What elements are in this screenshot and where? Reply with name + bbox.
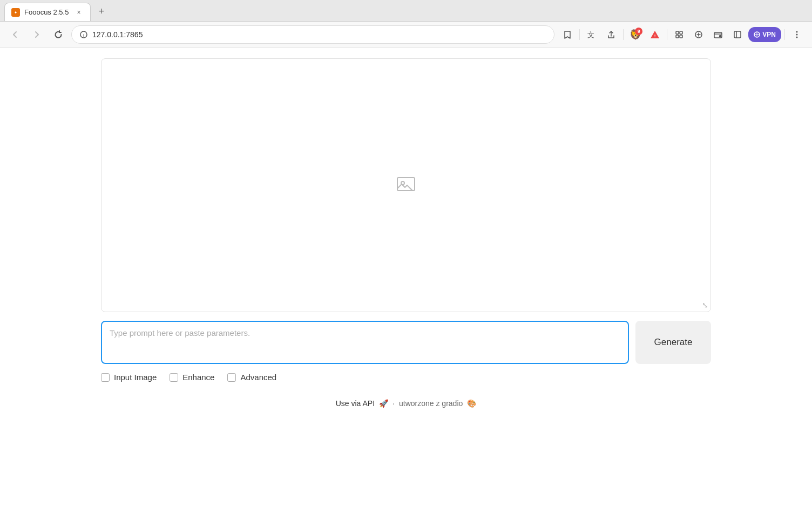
advanced-checkbox-label[interactable]: Advanced xyxy=(227,373,276,382)
app-container: ⤡ Generate Input Image Enhance xyxy=(101,58,711,502)
forward-button[interactable] xyxy=(28,26,45,43)
footer-gradio-text: utworzone z gradio xyxy=(399,399,463,408)
back-button[interactable] xyxy=(6,26,24,43)
input-image-label: Input Image xyxy=(114,373,157,382)
leo-ai-button[interactable] xyxy=(690,26,707,43)
address-bar-container: i xyxy=(71,25,554,44)
browser-menu-button[interactable] xyxy=(788,26,806,43)
nav-separator-3 xyxy=(667,29,667,40)
advanced-checkbox[interactable] xyxy=(227,373,236,382)
tab-favicon xyxy=(11,8,20,17)
svg-rect-6 xyxy=(676,31,679,34)
vpn-label: VPN xyxy=(762,31,776,38)
input-image-checkbox-label[interactable]: Input Image xyxy=(101,373,157,382)
input-image-checkbox[interactable] xyxy=(101,373,110,382)
navigation-bar: i 文 xyxy=(0,22,812,48)
use-api-link[interactable]: Use via API xyxy=(336,399,375,408)
svg-rect-13 xyxy=(734,31,741,38)
nav-separator-4 xyxy=(784,29,785,40)
brave-badge: 9 xyxy=(635,28,642,35)
sidebar-toggle[interactable] xyxy=(729,26,746,43)
svg-rect-9 xyxy=(680,35,682,38)
extensions-button[interactable] xyxy=(671,26,688,43)
tab-bar: Fooocus 2.5.5 × + xyxy=(0,0,812,22)
refresh-button[interactable] xyxy=(50,26,67,43)
bookmark-button[interactable] xyxy=(559,26,576,43)
nav-separator-2 xyxy=(623,29,624,40)
tab-close-button[interactable]: × xyxy=(74,8,84,17)
browser-tab[interactable]: Fooocus 2.5.5 × xyxy=(4,3,91,21)
svg-text:i: i xyxy=(83,33,84,38)
wallet-button[interactable] xyxy=(709,26,727,43)
brave-news-button[interactable]: ! xyxy=(646,26,664,43)
vpn-button[interactable]: VPN xyxy=(748,27,781,42)
nav-right-controls: 文 🦁 9 ! xyxy=(559,26,806,43)
svg-text:文: 文 xyxy=(587,31,594,39)
address-input[interactable] xyxy=(92,30,547,39)
footer-separator: · xyxy=(393,399,395,408)
options-row: Input Image Enhance Advanced xyxy=(101,373,711,382)
svg-point-17 xyxy=(796,36,798,38)
footer-gradio-icon: 🎨 xyxy=(467,399,476,408)
svg-point-15 xyxy=(796,31,798,32)
footer-rocket-icon: 🚀 xyxy=(379,399,388,408)
svg-point-12 xyxy=(720,35,721,37)
nav-separator-1 xyxy=(579,29,580,40)
svg-point-16 xyxy=(796,33,798,35)
svg-rect-7 xyxy=(680,31,682,34)
page-footer: Use via API 🚀 · utworzone z gradio 🎨 xyxy=(101,390,711,416)
enhance-checkbox[interactable] xyxy=(170,373,178,382)
page-content: ⤡ Generate Input Image Enhance xyxy=(0,48,812,513)
prompt-textarea[interactable] xyxy=(101,321,629,364)
brave-shields-button[interactable]: 🦁 9 xyxy=(627,26,644,43)
share-button[interactable] xyxy=(603,26,620,43)
browser-window: Fooocus 2.5.5 × + i xyxy=(0,0,812,513)
image-placeholder-icon xyxy=(395,173,417,197)
generate-button[interactable]: Generate xyxy=(635,321,711,364)
enhance-label: Enhance xyxy=(182,373,214,382)
security-info-button[interactable]: i xyxy=(78,29,89,40)
svg-text:!: ! xyxy=(654,33,656,38)
svg-rect-8 xyxy=(676,35,679,38)
translate-button[interactable]: 文 xyxy=(583,26,600,43)
resize-handle[interactable]: ⤡ xyxy=(702,301,708,309)
new-tab-button[interactable]: + xyxy=(93,3,110,20)
advanced-label: Advanced xyxy=(240,373,276,382)
svg-rect-18 xyxy=(397,178,415,191)
image-canvas[interactable]: ⤡ xyxy=(101,58,711,312)
enhance-checkbox-label[interactable]: Enhance xyxy=(170,373,214,382)
prompt-row: Generate xyxy=(101,321,711,364)
tab-title: Fooocus 2.5.5 xyxy=(24,8,70,16)
